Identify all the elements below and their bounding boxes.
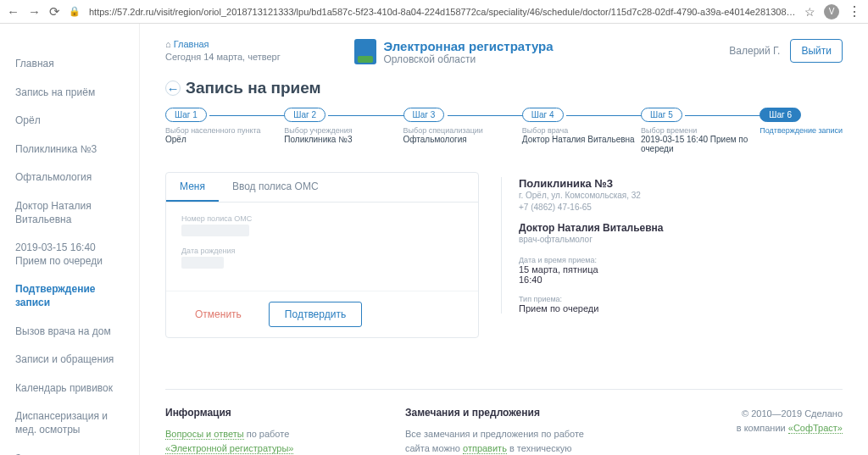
step-chip: Шаг 6	[760, 108, 801, 122]
datetime-label: Дата и время приема:	[519, 256, 843, 264]
step-label: Подтверждение записи	[760, 126, 843, 135]
user-name: Валерий Г.	[729, 45, 780, 57]
address-bar[interactable]: https://57.2dr.ru/visit/region/oriol_201…	[89, 7, 796, 17]
step-chip: Шаг 3	[403, 108, 445, 122]
company-link[interactable]: «СофТраст»	[788, 423, 843, 434]
footer-feedback-title: Замечания и предложения	[405, 407, 603, 419]
step-wizard: Шаг 1Выбор населенного пунктаОрёлШаг 2Вы…	[165, 108, 843, 153]
back-icon[interactable]: ←	[7, 4, 19, 19]
tab[interactable]: Ввод полиса ОМС	[219, 173, 332, 202]
step-chip: Шаг 1	[165, 108, 207, 122]
sidebar-item[interactable]: Запись на приём	[15, 86, 129, 100]
sidebar-item[interactable]: Подтверждение записи	[15, 283, 129, 309]
footer: Информация Вопросы и ответы по работе «Э…	[165, 389, 843, 455]
sidebar-item[interactable]: Записи и обращения	[15, 353, 129, 367]
browser-toolbar: ← → ⟳ 🔒 https://57.2dr.ru/visit/region/o…	[0, 0, 868, 24]
sidebar: ГлавнаяЗапись на приёмОрёлПоликлиника №3…	[0, 24, 140, 455]
footer-info-title: Информация	[165, 407, 363, 419]
step-value: Поликлиника №3	[284, 135, 403, 144]
step[interactable]: Шаг 2Выбор учрежденияПоликлиника №3	[284, 108, 403, 144]
menu-icon[interactable]: ⋮	[848, 3, 861, 19]
step[interactable]: Шаг 1Выбор населенного пунктаОрёл	[165, 108, 284, 144]
logo-icon	[354, 39, 376, 64]
step[interactable]: Шаг 4Выбор врачаДоктор Наталия Витальевн…	[522, 108, 641, 144]
reload-icon[interactable]: ⟳	[49, 4, 60, 19]
back-arrow-icon[interactable]: ←	[165, 80, 181, 96]
doctor-spec: врач-офтальмолог	[519, 234, 843, 246]
clinic-phone: +7 (4862) 47-16-65	[519, 202, 843, 214]
step-value: 2019-03-15 16:40 Прием по очереди	[641, 135, 760, 153]
confirm-button[interactable]: Подтвердить	[269, 302, 362, 327]
brand-title: Электронная регистратура	[383, 39, 553, 53]
step: Шаг 6Подтверждение записи	[760, 108, 843, 135]
type-value: Прием по очереди	[519, 303, 843, 314]
today-date: Сегодня 14 марта, четверг	[165, 52, 281, 62]
appointment-details: Поликлиника №3 г. Орёл, ул. Комсомольска…	[501, 177, 843, 314]
sidebar-item[interactable]: Орёл	[15, 114, 129, 128]
step-chip: Шаг 5	[641, 108, 682, 122]
step[interactable]: Шаг 5Выбор времени2019-03-15 16:40 Прием…	[641, 108, 760, 153]
oms-value	[181, 225, 249, 236]
step-value: Орёл	[165, 135, 284, 144]
step-chip: Шаг 4	[522, 108, 564, 122]
step-label: Выбор времени	[641, 126, 760, 135]
step-chip: Шаг 2	[284, 108, 326, 122]
cancel-button[interactable]: Отменить	[181, 302, 255, 327]
bookmark-icon[interactable]: ☆	[804, 5, 815, 19]
sidebar-item[interactable]: Календарь прививок	[15, 382, 129, 396]
step-value: Доктор Наталия Витальевна	[522, 135, 641, 144]
appointment-date: 15 марта, пятница	[519, 264, 843, 275]
sidebar-item[interactable]: Главная	[15, 58, 129, 71]
type-label: Тип приема:	[519, 295, 843, 303]
confirm-card: МеняВвод полиса ОМС Номер полиса ОМС Дат…	[165, 172, 479, 338]
sidebar-item[interactable]: Здоровье	[15, 452, 129, 456]
clinic-name: Поликлиника №3	[519, 177, 843, 190]
sidebar-item[interactable]: Офтальмология	[15, 171, 129, 185]
dob-label: Дата рождения	[181, 247, 463, 255]
step-label: Выбор специализации	[403, 126, 522, 135]
send-feedback-link[interactable]: отправить	[463, 443, 507, 454]
profile-avatar[interactable]: V	[824, 4, 839, 19]
lock-icon: 🔒	[69, 6, 81, 17]
brand: Электронная регистратура Орловской облас…	[354, 39, 553, 65]
sidebar-item[interactable]: Поликлиника №3	[15, 143, 129, 157]
step-value: Офтальмология	[403, 135, 522, 144]
sidebar-item[interactable]: Доктор Наталия Витальевна	[15, 200, 129, 226]
breadcrumb-home[interactable]: Главная	[174, 39, 209, 49]
oms-label: Номер полиса ОМС	[181, 214, 463, 223]
page-title: ← Запись на прием	[165, 79, 843, 97]
sidebar-item[interactable]: 2019-03-15 16:40 Прием по очереди	[15, 241, 129, 268]
clinic-address: г. Орёл, ул. Комсомольская, 32	[519, 190, 843, 202]
dob-value	[181, 257, 224, 269]
logout-button[interactable]: Выйти	[790, 39, 843, 63]
forward-icon[interactable]: →	[28, 4, 41, 19]
doctor-name: Доктор Наталия Витальевна	[519, 222, 843, 234]
step-label: Выбор врача	[522, 126, 641, 135]
sidebar-item[interactable]: Диспансеризация и мед. осмотры	[15, 410, 129, 436]
appointment-time: 16:40	[519, 275, 843, 285]
sidebar-item[interactable]: Вызов врача на дом	[15, 325, 129, 339]
card-tabs: МеняВвод полиса ОМС	[166, 173, 478, 203]
step[interactable]: Шаг 3Выбор специализацииОфтальмология	[403, 108, 522, 144]
breadcrumb: ⌂ Главная	[165, 39, 281, 49]
registry-link[interactable]: «Электронной регистратуры»	[165, 443, 293, 454]
faq-link[interactable]: Вопросы и ответы	[165, 429, 244, 440]
step-label: Выбор населенного пункта	[165, 126, 284, 135]
brand-region: Орловской области	[383, 53, 553, 65]
home-icon[interactable]: ⌂	[165, 39, 174, 49]
tab[interactable]: Меня	[166, 173, 219, 202]
step-label: Выбор учреждения	[284, 126, 403, 135]
